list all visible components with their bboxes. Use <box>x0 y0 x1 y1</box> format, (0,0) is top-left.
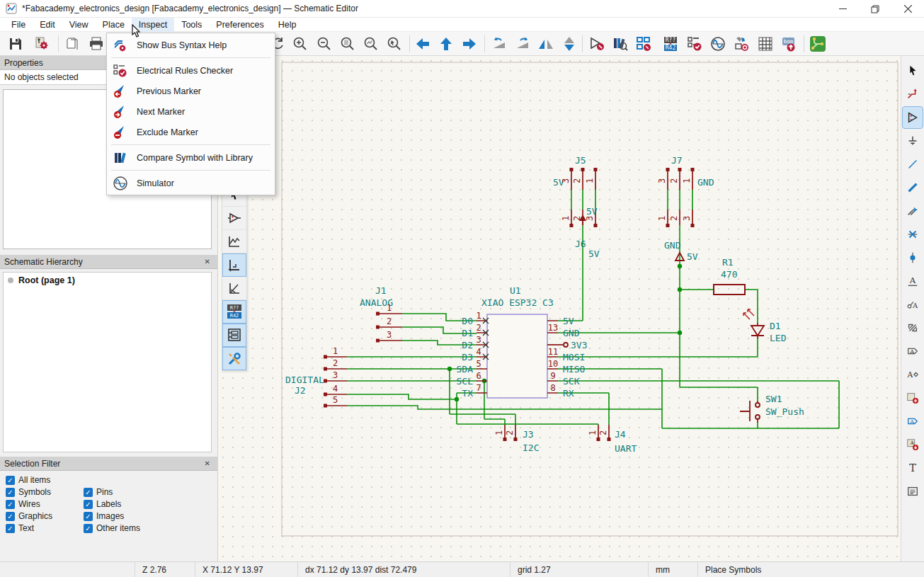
hierarchy-root-item[interactable]: Root (page 1) <box>8 275 207 285</box>
bus-entry-button[interactable] <box>903 200 923 222</box>
connector-j3[interactable]: 1 2 J3 I2C <box>494 425 539 453</box>
simulator-button[interactable] <box>707 33 729 55</box>
filter-pins[interactable]: ✓Pins <box>84 487 161 497</box>
waveform-plot-icon[interactable] <box>222 230 246 253</box>
menu-view[interactable]: View <box>62 18 96 32</box>
annotate-ref-icon[interactable]: R??R42 <box>222 300 246 324</box>
assign-footprints-button[interactable] <box>731 33 752 55</box>
minimize-button[interactable] <box>826 0 859 18</box>
filter-wires[interactable]: ✓Wires <box>6 499 84 509</box>
rule-area-button[interactable] <box>903 317 923 338</box>
print-preview-button[interactable] <box>62 33 84 55</box>
symbol-editor-button[interactable] <box>586 33 608 55</box>
connector-j7[interactable]: J7 GND 3 2 1 1 2 3 GND 5V <box>657 155 714 262</box>
select-tool-button[interactable] <box>903 60 923 81</box>
svg-text:10: 10 <box>548 359 558 369</box>
annotate-button[interactable]: R??R42 <box>660 33 681 55</box>
filter-all-items[interactable]: ✓All items <box>6 475 84 485</box>
save-button[interactable] <box>5 33 26 55</box>
library-browser-button[interactable] <box>610 33 631 55</box>
zoom-out-button[interactable] <box>314 33 335 55</box>
checkbox-icon: ✓ <box>6 524 15 533</box>
hierarchical-sheet-button[interactable] <box>903 387 923 409</box>
junction-button[interactable] <box>903 247 923 268</box>
svg-text:2: 2 <box>572 178 582 183</box>
highlight-net-button[interactable] <box>903 84 923 105</box>
simulation-probe-icon[interactable] <box>222 207 246 230</box>
menu-item-exclude-marker[interactable]: Exclude Marker <box>107 122 275 142</box>
filter-images[interactable]: ✓Images <box>84 511 161 521</box>
mirror-horizontal-button[interactable] <box>535 33 557 55</box>
connector-j1[interactable]: J1 ANALOG 1 2 3 <box>360 285 402 343</box>
place-power-port-button[interactable] <box>903 130 923 152</box>
zoom-selection-button[interactable] <box>384 33 405 55</box>
draw-bus-button[interactable] <box>903 177 923 198</box>
edit-sheet-button[interactable] <box>633 33 654 55</box>
menu-place[interactable]: Place <box>96 18 132 32</box>
filter-other-items[interactable]: ✓Other items <box>84 523 161 533</box>
connector-j4[interactable]: 1 2 J4 UART <box>588 425 637 454</box>
filter-symbols[interactable]: ✓Symbols <box>6 487 84 497</box>
zoom-fit-page-button[interactable] <box>337 33 358 55</box>
symbol-d1[interactable]: D1 LED <box>743 309 787 343</box>
bom-export-button[interactable]: bom <box>778 33 799 55</box>
sheet-pin-button[interactable]: A <box>903 411 923 432</box>
menu-item-erc[interactable]: Electrical Rules Checker <box>107 60 275 81</box>
axis-corner-icon[interactable] <box>222 253 246 277</box>
axis-diagonal-icon[interactable] <box>222 277 246 300</box>
textbox-tool-button[interactable] <box>903 481 923 502</box>
svg-text:U1: U1 <box>510 285 521 296</box>
zoom-in-button[interactable] <box>290 33 311 55</box>
svg-text:SW_Push: SW_Push <box>765 406 804 417</box>
symbol-r1[interactable]: R1 470 <box>714 257 745 295</box>
svg-text:3: 3 <box>333 370 338 380</box>
nav-back-button[interactable] <box>412 33 433 55</box>
schematic-setup-button[interactable] <box>31 33 52 55</box>
erc-button[interactable] <box>684 33 705 55</box>
text-tool-button[interactable]: T <box>903 457 923 479</box>
menu-edit[interactable]: Edit <box>33 18 62 32</box>
svg-text:7: 7 <box>476 383 481 393</box>
menu-tools[interactable]: Tools <box>174 18 209 32</box>
symbol-u1[interactable]: U1 XIAO ESP32 C3 1 2 3 4 5 6 7 D0 D1 D2 … <box>457 285 588 399</box>
selection-filter-close-icon[interactable]: ✕ <box>202 459 213 467</box>
nav-up-button[interactable] <box>435 33 457 55</box>
print-button[interactable] <box>86 33 107 55</box>
rotate-cw-button[interactable] <box>512 33 533 55</box>
place-symbol-button[interactable] <box>903 107 923 128</box>
tune-tools-icon[interactable] <box>222 347 246 370</box>
restore-button[interactable] <box>859 0 891 18</box>
connector-j5-j6[interactable]: J5 5V 3 2 1 1 2 3 5V J6 5V <box>553 155 600 259</box>
filter-labels[interactable]: ✓Labels <box>84 499 161 509</box>
netclass-directive-button[interactable]: A <box>903 294 923 315</box>
no-connect-button[interactable] <box>903 224 923 245</box>
menu-preferences[interactable]: Preferences <box>209 18 270 32</box>
menu-item-compare-symbol-with-library[interactable]: Compare Symbol with Library <box>107 147 275 168</box>
pcb-editor-button[interactable] <box>807 33 828 55</box>
schematic-canvas[interactable]: J5 5V 3 2 1 1 2 3 5V J6 5V J7 GND 3 <box>218 56 901 561</box>
zoom-fit-objects-button[interactable] <box>360 33 382 55</box>
filter-graphics[interactable]: ✓Graphics <box>6 511 84 521</box>
symbol-sw1[interactable]: SW1 SW_Push <box>740 394 804 423</box>
filter-text[interactable]: ✓Text <box>6 523 84 533</box>
svg-text:GND: GND <box>697 177 714 188</box>
hierarchy-close-icon[interactable]: ✕ <box>202 258 213 265</box>
menu-file[interactable]: File <box>4 18 33 32</box>
sheet-symbol-icon[interactable] <box>222 324 246 347</box>
menu-item-next-marker[interactable]: Next Marker <box>107 101 275 122</box>
rotate-ccw-button[interactable] <box>489 33 510 55</box>
nav-forward-button[interactable] <box>459 33 480 55</box>
connector-j2[interactable]: DIGITAL J2 1 2 3 4 5 <box>285 346 347 408</box>
menu-item-simulator[interactable]: Simulator <box>107 173 275 193</box>
global-label-button[interactable]: A <box>903 341 923 362</box>
menu-item-previous-marker[interactable]: Previous Marker <box>107 81 275 101</box>
mirror-vertical-button[interactable] <box>559 33 580 55</box>
sheet-bullet-icon <box>8 278 13 283</box>
net-label-button[interactable]: A <box>903 270 923 292</box>
import-sheet-pin-button[interactable]: A <box>903 434 923 455</box>
menu-help[interactable]: Help <box>271 18 304 32</box>
draw-wire-button[interactable] <box>903 154 923 175</box>
close-button[interactable] <box>891 0 924 18</box>
hierarchical-label-button[interactable]: A <box>903 364 923 385</box>
symbol-fields-table-button[interactable] <box>755 33 776 55</box>
